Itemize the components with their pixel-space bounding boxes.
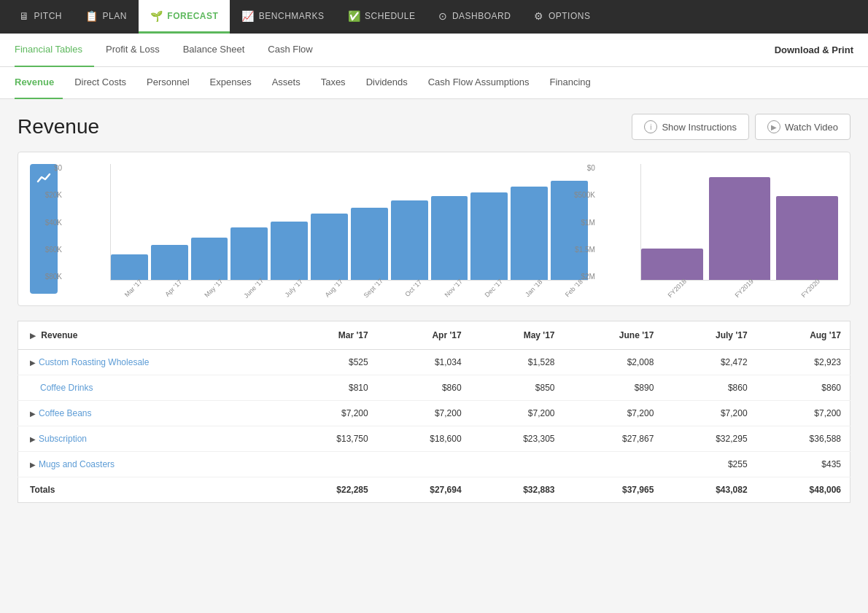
table-row: Coffee Drinks$810$860$850$890$860$860 (18, 375, 850, 401)
info-icon: i (644, 120, 657, 133)
sub-nav-financial: Financial Tables Profit & Loss Balance S… (0, 34, 868, 67)
col-header-revenue: ▶ Revenue (18, 321, 284, 350)
expand-row-arrow[interactable]: ▶ (30, 359, 36, 367)
totals-label: Totals (18, 477, 284, 503)
totals-value: $43,082 (662, 477, 756, 503)
tab-dividends[interactable]: Dividends (357, 67, 416, 99)
monthly-bar (470, 192, 508, 280)
y-label: $0 (31, 164, 62, 172)
row-name[interactable]: Subscription (39, 434, 87, 444)
benchmarks-icon: 📈 (241, 10, 255, 22)
row-name-cell: ▶Mugs and Coasters (18, 452, 284, 477)
monthly-chart-area: $80K $60K $40K $20K $0 (69, 164, 588, 281)
col-header-mar17: Mar '17 (284, 321, 377, 350)
row-value-cell: $36,588 (756, 426, 850, 452)
row-value-cell (284, 452, 377, 477)
tab-assets[interactable]: Assets (263, 67, 309, 99)
sub-nav-sections: Revenue Direct Costs Personnel Expenses … (0, 67, 868, 99)
y-label: $20K (31, 191, 62, 199)
annual-y-labels: $2M $1.5M $1M $500K $0 (565, 164, 601, 281)
totals-value: $37,965 (564, 477, 663, 503)
tab-taxes[interactable]: Taxes (312, 67, 354, 99)
tab-cash-flow[interactable]: Cash Flow (256, 34, 324, 67)
row-value-cell: $23,305 (470, 426, 564, 452)
row-value-cell: $810 (284, 375, 377, 401)
revenue-header: Revenue i Show Instructions ▶ Watch Vide… (18, 114, 850, 140)
chart-container: $80K $60K $40K $20K $0 Mar '17Apr '17May… (18, 152, 850, 306)
show-instructions-button[interactable]: i Show Instructions (632, 114, 749, 140)
expand-row-arrow[interactable]: ▶ (30, 435, 36, 443)
totals-value: $32,883 (470, 477, 564, 503)
monthly-y-labels: $80K $60K $40K $20K $0 (31, 164, 68, 281)
row-value-cell: $7,200 (377, 401, 470, 426)
expand-row-arrow[interactable]: ▶ (30, 461, 36, 469)
tab-cash-flow-assumptions[interactable]: Cash Flow Assumptions (419, 67, 538, 99)
nav-forecast[interactable]: 🌱 FORECAST (139, 0, 230, 34)
y-label: $0 (565, 164, 595, 172)
row-value-cell: $7,200 (756, 401, 850, 426)
row-value-cell: $7,200 (470, 401, 564, 426)
annual-chart: $2M $1.5M $1M $500K $0 FY2018FY2019FY202… (602, 164, 838, 294)
row-value-cell: $1,034 (377, 350, 470, 375)
expand-row-arrow[interactable]: ▶ (30, 410, 36, 418)
nav-schedule[interactable]: ✅ SCHEDULE (336, 0, 427, 34)
annual-bars (640, 164, 838, 281)
row-value-cell: $435 (756, 452, 850, 477)
expand-all-arrow[interactable]: ▶ (30, 332, 36, 340)
main-content: Revenue i Show Instructions ▶ Watch Vide… (0, 99, 868, 518)
row-name[interactable]: Coffee Beans (39, 408, 92, 418)
table-row: ▶Subscription$13,750$18,600$23,305$27,86… (18, 426, 850, 452)
row-value-cell: $860 (756, 375, 850, 401)
row-value-cell: $860 (662, 375, 756, 401)
revenue-table: ▶ Revenue Mar '17 Apr '17 May '17 June '… (18, 321, 850, 503)
totals-value: $27,694 (377, 477, 470, 503)
row-name[interactable]: Custom Roasting Wholesale (39, 357, 149, 367)
tab-expenses[interactable]: Expenses (201, 67, 260, 99)
row-value-cell: $7,200 (284, 401, 377, 426)
monthly-bar (511, 187, 548, 280)
monthly-bar (431, 196, 468, 280)
row-value-cell: $255 (662, 452, 756, 477)
row-value-cell: $27,867 (564, 426, 663, 452)
row-name-cell: ▶Coffee Beans (18, 401, 284, 426)
tab-direct-costs[interactable]: Direct Costs (66, 67, 135, 99)
nav-dashboard[interactable]: ⊙ DASHBOARD (427, 0, 522, 34)
tab-financial-tables[interactable]: Financial Tables (15, 34, 94, 67)
nav-benchmarks[interactable]: 📈 BENCHMARKS (230, 0, 336, 34)
col-header-aug17: Aug '17 (756, 321, 850, 350)
top-nav: 🖥 PITCH 📋 PLAN 🌱 FORECAST 📈 BENCHMARKS ✅… (0, 0, 868, 34)
download-print-button[interactable]: Download & Print (775, 44, 853, 55)
tab-profit-loss[interactable]: Profit & Loss (94, 34, 171, 67)
row-name-cell: Coffee Drinks (18, 375, 284, 401)
forecast-icon: 🌱 (150, 10, 163, 22)
table-row: ▶Coffee Beans$7,200$7,200$7,200$7,200$7,… (18, 401, 850, 426)
tab-balance-sheet[interactable]: Balance Sheet (171, 34, 257, 67)
tab-financing[interactable]: Financing (540, 67, 599, 99)
tab-revenue[interactable]: Revenue (15, 67, 63, 99)
plan-icon: 📋 (85, 10, 98, 22)
row-value-cell: $850 (470, 375, 564, 401)
row-value-cell: $2,923 (756, 350, 850, 375)
monthly-bar (391, 200, 428, 280)
row-name[interactable]: Coffee Drinks (40, 383, 93, 393)
totals-row: Totals$22,285$27,694$32,883$37,965$43,08… (18, 477, 850, 503)
pitch-icon: 🖥 (19, 10, 30, 22)
nav-plan[interactable]: 📋 PLAN (74, 0, 139, 34)
nav-options[interactable]: ⚙ OPTIONS (522, 0, 602, 34)
charts-wrapper: $80K $60K $40K $20K $0 Mar '17Apr '17May… (69, 164, 838, 294)
watch-video-button[interactable]: ▶ Watch Video (755, 114, 850, 140)
y-label: $60K (31, 246, 62, 254)
play-icon: ▶ (767, 120, 780, 133)
schedule-icon: ✅ (348, 10, 361, 22)
table-row: ▶Mugs and Coasters$255$435 (18, 452, 850, 477)
row-name[interactable]: Mugs and Coasters (39, 459, 115, 469)
nav-pitch[interactable]: 🖥 PITCH (7, 0, 74, 34)
table-row: ▶Custom Roasting Wholesale$525$1,034$1,5… (18, 350, 850, 375)
monthly-bars (110, 164, 588, 281)
annual-x-labels-wrapper: FY2018FY2019FY2020 (602, 284, 838, 294)
monthly-bar (351, 208, 388, 280)
row-value-cell: $890 (564, 375, 663, 401)
tab-personnel[interactable]: Personnel (138, 67, 198, 99)
col-header-june17: June '17 (564, 321, 663, 350)
totals-value: $48,006 (756, 477, 850, 503)
